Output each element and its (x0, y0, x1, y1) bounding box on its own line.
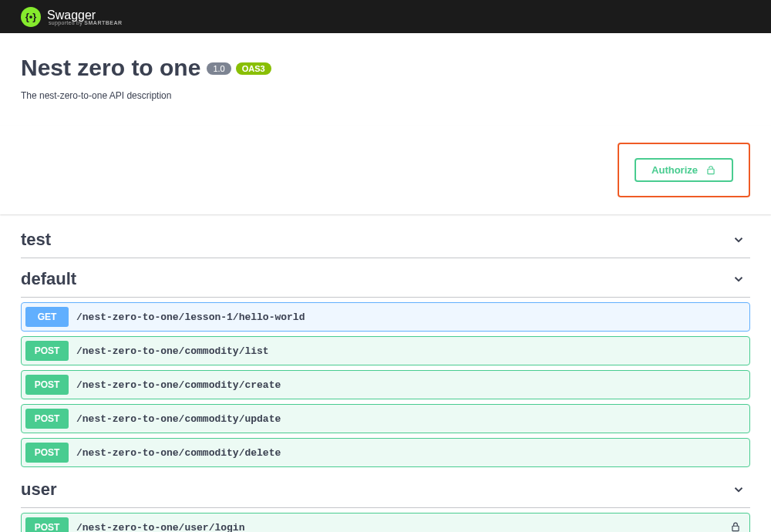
api-title: Nest zero to one (21, 55, 200, 81)
chevron-down-icon (732, 272, 746, 286)
oas-badge: OAS3 (236, 62, 271, 75)
logo[interactable]: {•} Swagger supported by SMARTBEAR (21, 7, 123, 27)
operation-expanded: POST /nest-zero-to-one/user/login Parame… (21, 513, 750, 532)
operation-row[interactable]: POST /nest-zero-to-one/commodity/delete (21, 438, 750, 467)
tag-header-default[interactable]: default (21, 261, 750, 298)
tag-header-user[interactable]: user (21, 472, 750, 508)
operation-row[interactable]: POST /nest-zero-to-one/commodity/update (21, 404, 750, 433)
swagger-logo-icon: {•} (21, 7, 41, 27)
tag-name: default (21, 269, 76, 289)
operation-row[interactable]: POST /nest-zero-to-one/commodity/create (21, 370, 750, 399)
method-badge: POST (25, 517, 69, 532)
authorize-highlight: Authorize (618, 143, 750, 197)
chevron-down-icon (732, 233, 746, 247)
method-badge: POST (25, 443, 69, 463)
operation-path: /nest-zero-to-one/commodity/create (76, 379, 746, 391)
api-description: The nest-zero-to-one API description (21, 90, 750, 101)
topbar: {•} Swagger supported by SMARTBEAR (0, 0, 771, 33)
operation-path: /nest-zero-to-one/commodity/delete (76, 447, 746, 459)
logo-supported: supported by SMARTBEAR (49, 20, 123, 25)
operation-path: /nest-zero-to-one/commodity/list (76, 345, 746, 357)
authorize-button[interactable]: Authorize (635, 158, 733, 182)
scheme-container: Authorize (0, 126, 771, 214)
info-section: Nest zero to one 1.0 OAS3 The nest-zero-… (0, 33, 771, 112)
operation-path: /nest-zero-to-one/commodity/update (76, 413, 746, 425)
tag-section-test: test (21, 222, 750, 258)
method-badge: POST (25, 409, 69, 429)
tag-section-default: default GET /nest-zero-to-one/lesson-1/h… (21, 261, 750, 467)
method-badge: POST (25, 341, 69, 361)
operation-row[interactable]: POST /nest-zero-to-one/commodity/list (21, 336, 750, 365)
operations-container: test default GET /nest-zero-to-one/lesso… (0, 222, 771, 532)
tag-header-test[interactable]: test (21, 222, 750, 258)
operation-row[interactable]: GET /nest-zero-to-one/lesson-1/hello-wor… (21, 302, 750, 332)
method-badge: GET (25, 307, 69, 327)
tag-name: user (21, 480, 56, 500)
operation-summary-row[interactable]: POST /nest-zero-to-one/user/login (22, 513, 749, 532)
tag-name: test (21, 230, 51, 250)
chevron-down-icon (732, 483, 746, 497)
tag-section-user: user POST /nest-zero-to-one/user/login P… (21, 472, 750, 532)
method-badge: POST (25, 375, 69, 395)
operation-path: /nest-zero-to-one/lesson-1/hello-world (76, 311, 746, 323)
lock-open-icon (705, 165, 716, 176)
version-badge: 1.0 (207, 62, 231, 75)
operation-path: /nest-zero-to-one/user/login (76, 522, 730, 533)
lock-icon[interactable] (730, 522, 741, 532)
